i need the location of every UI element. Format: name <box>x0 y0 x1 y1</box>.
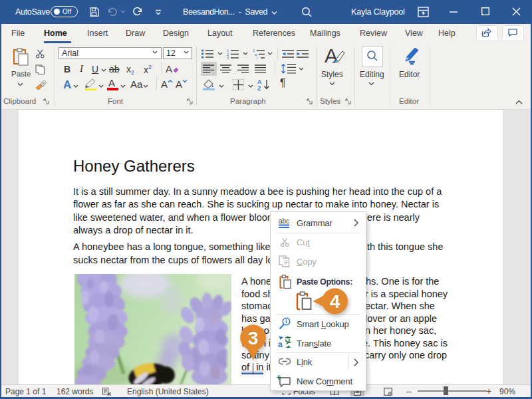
svg-text:abc: abc <box>279 217 289 225</box>
svg-text:4: 4 <box>330 291 340 312</box>
svg-text:a: a <box>278 340 283 349</box>
svg-text:3: 3 <box>248 328 259 348</box>
